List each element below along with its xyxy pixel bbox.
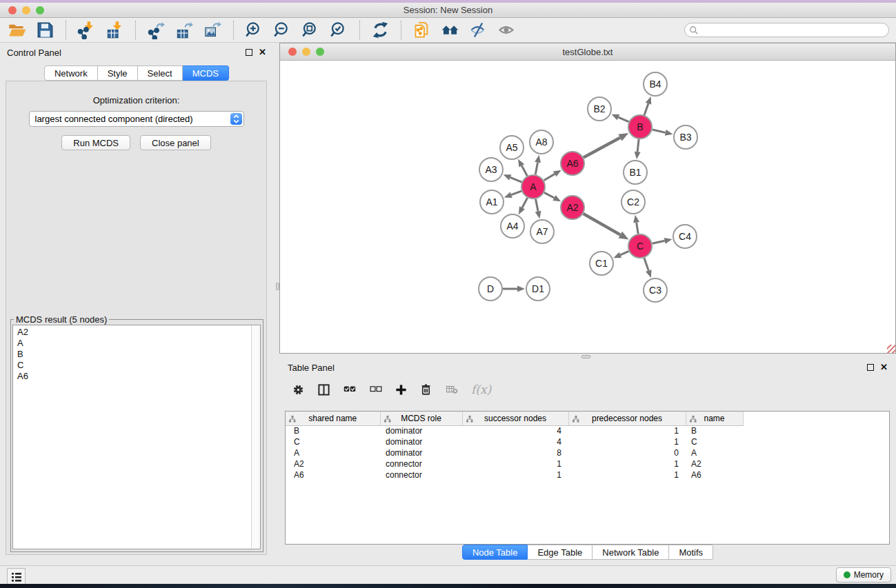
column-header-shared-name[interactable]: shared name bbox=[286, 412, 380, 425]
cell-predecessor-nodes[interactable]: 1 bbox=[568, 458, 686, 469]
save-session-icon[interactable] bbox=[31, 20, 59, 41]
close-panel-icon[interactable]: ✕ bbox=[259, 49, 266, 56]
export-table-icon[interactable] bbox=[170, 20, 199, 41]
graph-edge-A-A5[interactable] bbox=[521, 165, 527, 176]
graph-edge-A-A7[interactable] bbox=[536, 199, 539, 212]
zoom-in-icon[interactable] bbox=[240, 20, 268, 41]
cell-predecessor-nodes[interactable]: 1 bbox=[568, 436, 686, 447]
tab-network[interactable]: Network bbox=[44, 65, 98, 81]
column-header-name[interactable]: name bbox=[686, 412, 743, 425]
table-row[interactable]: Bdominator41B bbox=[286, 425, 743, 436]
hide-selected-icon[interactable] bbox=[464, 20, 492, 41]
result-item[interactable]: C bbox=[17, 360, 260, 371]
export-network-icon[interactable] bbox=[142, 20, 170, 41]
network-canvas[interactable]: B4B2BB3A5A8A6B1A3AC2A1A2A4A7C4CC1C3DD1 bbox=[281, 61, 895, 353]
float-panel-icon[interactable] bbox=[246, 49, 252, 56]
first-neighbors-icon[interactable] bbox=[436, 20, 464, 41]
run-mcds-button[interactable]: Run MCDS bbox=[61, 135, 130, 150]
cell-successor-nodes[interactable]: 8 bbox=[462, 447, 568, 458]
cell-name[interactable]: A bbox=[686, 447, 743, 458]
network-close-button[interactable] bbox=[288, 48, 297, 56]
import-network-icon[interactable] bbox=[72, 20, 101, 41]
criterion-dropdown[interactable]: largest connected component (directed) bbox=[29, 111, 244, 127]
tab-network-table[interactable]: Network Table bbox=[593, 545, 669, 560]
cell-MCDS-role[interactable]: connector bbox=[380, 469, 462, 480]
result-scrollbar[interactable] bbox=[251, 325, 260, 549]
new-network-from-selection-icon[interactable] bbox=[408, 20, 436, 41]
table-row[interactable]: Cdominator41C bbox=[286, 436, 743, 447]
export-image-icon[interactable] bbox=[199, 20, 227, 41]
table-row[interactable]: Adominator80A bbox=[286, 447, 743, 458]
column-header-successor-nodes[interactable]: successor nodes bbox=[462, 412, 568, 425]
search-input[interactable] bbox=[699, 25, 888, 36]
import-table-icon[interactable] bbox=[101, 20, 129, 41]
graph-edge-C-C2[interactable] bbox=[637, 223, 639, 234]
cell-name[interactable]: C bbox=[686, 436, 743, 447]
graph-edge-A-A2[interactable] bbox=[544, 192, 555, 198]
graph-edge-B-B4[interactable] bbox=[644, 103, 648, 115]
search-field[interactable] bbox=[684, 23, 889, 37]
function-builder-icon[interactable]: f(x) bbox=[471, 383, 491, 396]
column-header-predecessor-nodes[interactable]: predecessor nodes bbox=[568, 412, 686, 425]
cell-successor-nodes[interactable]: 1 bbox=[462, 469, 568, 480]
resize-grip-icon[interactable] bbox=[887, 345, 895, 353]
select-all-check-icon[interactable] bbox=[343, 383, 357, 396]
cell-successor-nodes[interactable]: 1 bbox=[462, 458, 568, 469]
minimize-window-button[interactable] bbox=[22, 6, 30, 14]
zoom-out-icon[interactable] bbox=[268, 20, 297, 41]
close-panel-button[interactable]: Close panel bbox=[140, 135, 211, 150]
close-window-button[interactable] bbox=[8, 6, 17, 14]
tab-motifs[interactable]: Motifs bbox=[669, 545, 713, 560]
cell-successor-nodes[interactable]: 4 bbox=[462, 425, 568, 436]
mcds-result-list[interactable]: A2ABCA6 bbox=[12, 325, 261, 549]
column-header-MCDS-role[interactable]: MCDS role bbox=[380, 412, 462, 425]
table-close-panel-icon[interactable]: ✕ bbox=[880, 364, 888, 371]
graph-edge-B-B1[interactable] bbox=[637, 139, 639, 152]
graph-edge-A-A8[interactable] bbox=[535, 163, 537, 175]
delete-column-icon[interactable] bbox=[419, 383, 432, 396]
tab-style[interactable]: Style bbox=[98, 65, 138, 81]
graph-edge-A-A4[interactable] bbox=[522, 198, 528, 208]
result-item[interactable]: A2 bbox=[17, 327, 260, 338]
network-minimize-button[interactable] bbox=[302, 48, 310, 56]
deselect-all-icon[interactable] bbox=[369, 383, 383, 396]
zoom-selected-icon[interactable] bbox=[325, 20, 353, 41]
tab-select[interactable]: Select bbox=[138, 65, 183, 81]
cell-shared-name[interactable]: A bbox=[286, 447, 380, 458]
zoom-window-button[interactable] bbox=[36, 6, 44, 14]
cell-predecessor-nodes[interactable]: 1 bbox=[568, 425, 686, 436]
memory-button[interactable]: Memory bbox=[836, 567, 891, 582]
graph-edge-A6-B[interactable] bbox=[584, 138, 620, 158]
network-zoom-button[interactable] bbox=[316, 48, 324, 56]
cell-predecessor-nodes[interactable]: 0 bbox=[568, 447, 686, 458]
cell-name[interactable]: B bbox=[686, 425, 743, 436]
cell-shared-name[interactable]: B bbox=[286, 425, 380, 436]
tab-node-table[interactable]: Node Table bbox=[462, 545, 528, 560]
graph-edge-C-C4[interactable] bbox=[653, 241, 665, 243]
table-settings-icon[interactable] bbox=[292, 383, 305, 396]
cell-shared-name[interactable]: C bbox=[286, 436, 380, 447]
result-item[interactable]: A6 bbox=[17, 371, 260, 382]
add-column-icon[interactable] bbox=[395, 384, 407, 396]
cell-MCDS-role[interactable]: dominator bbox=[380, 425, 462, 436]
column-panel-icon[interactable] bbox=[317, 383, 330, 396]
cell-MCDS-role[interactable]: dominator bbox=[380, 447, 462, 458]
cell-shared-name[interactable]: A2 bbox=[286, 458, 380, 469]
cell-MCDS-role[interactable]: dominator bbox=[380, 436, 462, 447]
result-item[interactable]: B bbox=[17, 349, 260, 360]
table-row[interactable]: A6connector11A6 bbox=[286, 469, 743, 480]
cell-name[interactable]: A6 bbox=[686, 469, 743, 480]
graph-edge-A-A6[interactable] bbox=[544, 174, 555, 180]
result-item[interactable]: A bbox=[17, 338, 260, 349]
cell-name[interactable]: A2 bbox=[686, 458, 743, 469]
cell-successor-nodes[interactable]: 4 bbox=[462, 436, 568, 447]
graph-edge-A-A3[interactable] bbox=[510, 177, 522, 182]
splitter-grip[interactable] bbox=[276, 283, 279, 290]
delete-table-icon[interactable] bbox=[445, 383, 459, 396]
graph-edge-C-C1[interactable] bbox=[620, 251, 628, 254]
apply-layout-icon[interactable] bbox=[366, 20, 395, 41]
table-float-panel-icon[interactable] bbox=[867, 364, 874, 371]
cell-MCDS-role[interactable]: connector bbox=[380, 458, 462, 469]
tab-edge-table[interactable]: Edge Table bbox=[528, 545, 593, 560]
cell-predecessor-nodes[interactable]: 1 bbox=[568, 469, 686, 480]
